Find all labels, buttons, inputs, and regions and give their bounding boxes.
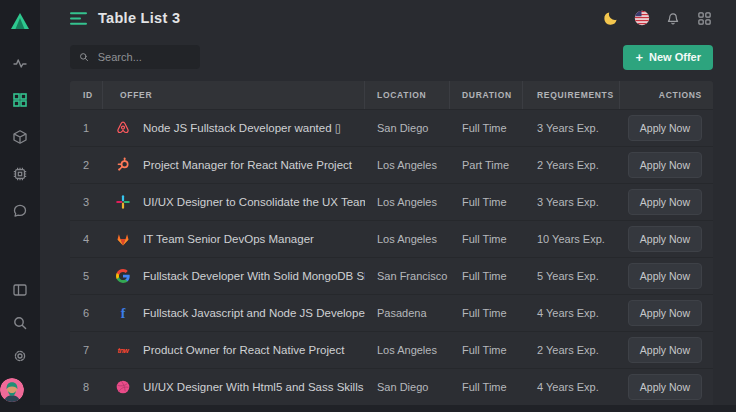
sidebar-item-layout[interactable] (0, 273, 40, 306)
row-duration: Full Time (450, 270, 523, 282)
sidebar-item-packages[interactable] (0, 118, 40, 155)
row-id: 3 (70, 196, 103, 208)
offers-table: ID OFFER LOCATION DURATION REQUIREMENTS … (70, 81, 713, 405)
app-window: Table List 3 (0, 0, 736, 412)
apply-now-button[interactable]: Apply Now (628, 226, 702, 252)
new-offer-button[interactable]: + New Offer (623, 45, 713, 70)
cube-icon (12, 129, 28, 145)
new-offer-label: New Offer (649, 51, 701, 63)
sidebar-item-search[interactable] (0, 306, 40, 339)
facebook-icon (115, 305, 131, 321)
row-location: Los Angeles (365, 233, 450, 245)
apply-now-button[interactable]: Apply Now (628, 152, 702, 178)
apps-menu-button[interactable] (695, 9, 713, 27)
theme-toggle-button[interactable] (602, 9, 620, 27)
topbar: Table List 3 (70, 0, 713, 36)
row-location: San Diego (365, 122, 450, 134)
topbar-icons (602, 9, 713, 27)
row-duration: Part Time (450, 159, 523, 171)
row-actions-cell: Apply Now (620, 152, 713, 178)
sidebar-bottom-group (0, 273, 40, 412)
row-offer-cell: IT Team Senior DevOps Manager (103, 231, 365, 247)
row-id: 1 (70, 122, 103, 134)
table-row: 4 IT Team Senior DevOps Manager Los Ange… (70, 220, 713, 257)
slack-icon (115, 194, 131, 210)
gitlab-icon (115, 231, 131, 247)
row-requirements: 4 Years Exp. (523, 307, 620, 319)
apps-grid-icon (697, 11, 712, 26)
toolbar: + New Offer (70, 44, 713, 70)
bottom-strip (40, 405, 736, 412)
offer-title: Fullstack Javascript and Node JS Develop… (143, 307, 365, 319)
offer-title: IT Team Senior DevOps Manager (143, 233, 314, 245)
sidebar-item-settings[interactable] (0, 339, 40, 372)
row-id: 6 (70, 307, 103, 319)
sidebar (0, 0, 40, 412)
app-logo[interactable] (8, 6, 32, 36)
row-requirements: 10 Years Exp. (523, 233, 620, 245)
offer-title: UI/UX Designer With Html5 and Sass Skill… (143, 380, 365, 394)
table-row: 1 Node JS Fullstack Developer wanted ▯ S… (70, 109, 713, 146)
table-row: 8 UI/UX Designer With Html5 and Sass Ski… (70, 368, 713, 405)
row-id: 8 (70, 381, 103, 393)
row-offer-cell: UI/UX Designer to Consolidate the UX Tea… (103, 194, 365, 210)
row-offer-cell: Project Manager for React Native Project (103, 157, 365, 173)
row-id: 4 (70, 233, 103, 245)
column-header-location: LOCATION (365, 81, 450, 109)
search-input[interactable] (96, 50, 191, 64)
sidebar-item-tables[interactable] (0, 81, 40, 118)
offer-title: UI/UX Designer to Consolidate the UX Tea… (143, 195, 365, 209)
apply-now-button[interactable]: Apply Now (628, 337, 702, 363)
logo-triangle-icon (8, 9, 32, 33)
offer-title: Product Owner for React Native Project (143, 344, 344, 356)
row-requirements: 3 Years Exp. (523, 122, 620, 134)
column-header-duration: DURATION (450, 81, 523, 109)
bell-icon (665, 10, 681, 26)
row-actions-cell: Apply Now (620, 226, 713, 252)
row-requirements: 5 Years Exp. (523, 270, 620, 282)
us-flag-icon (634, 10, 650, 26)
sidebar-item-cpu[interactable] (0, 155, 40, 192)
row-offer-cell: UI/UX Designer With Html5 and Sass Skill… (103, 379, 365, 395)
apply-now-button[interactable]: Apply Now (628, 374, 702, 400)
gear-icon (12, 348, 28, 364)
search-box (70, 45, 200, 69)
apply-now-button[interactable]: Apply Now (628, 115, 702, 141)
user-avatar[interactable] (0, 378, 24, 402)
sidebar-item-chat[interactable] (0, 192, 40, 229)
moon-icon (603, 10, 619, 26)
table-row: 3 UI/UX Designer to Consolidate the UX T… (70, 183, 713, 220)
page-title: Table List 3 (98, 10, 180, 26)
row-id: 5 (70, 270, 103, 282)
row-location: San Francisco (365, 270, 450, 282)
apply-now-button[interactable]: Apply Now (628, 263, 702, 289)
row-duration: Full Time (450, 196, 523, 208)
sidebar-item-activity[interactable] (0, 44, 40, 81)
table-row: 7 Product Owner for React Native Project… (70, 331, 713, 368)
row-id: 7 (70, 344, 103, 356)
apply-now-button[interactable]: Apply Now (628, 300, 702, 326)
row-duration: Full Time (450, 381, 523, 393)
table-row: 5 Fullstack Developer With Solid MongoDB… (70, 257, 713, 294)
row-id: 2 (70, 159, 103, 171)
dribbble-icon (115, 379, 131, 395)
row-location: Pasadena (365, 307, 450, 319)
row-location: San Diego (365, 381, 450, 393)
row-duration: Full Time (450, 307, 523, 319)
row-offer-cell: Fullstack Developer With Solid MongoDB S… (103, 268, 365, 284)
language-flag-button[interactable] (633, 9, 651, 27)
main-content: Table List 3 (40, 0, 736, 412)
menu-toggle-button[interactable] (70, 11, 87, 26)
notifications-button[interactable] (664, 9, 682, 27)
row-duration: Full Time (450, 233, 523, 245)
row-requirements: 2 Years Exp. (523, 344, 620, 356)
row-requirements: 2 Years Exp. (523, 159, 620, 171)
chip-icon (12, 166, 28, 182)
layout-panel-icon (12, 282, 28, 298)
hamburger-icon (70, 11, 87, 26)
column-header-actions: ACTIONS (620, 81, 713, 109)
google-icon (115, 268, 131, 284)
offer-title: Node JS Fullstack Developer wanted ▯ (143, 121, 341, 135)
row-actions-cell: Apply Now (620, 189, 713, 215)
apply-now-button[interactable]: Apply Now (628, 189, 702, 215)
